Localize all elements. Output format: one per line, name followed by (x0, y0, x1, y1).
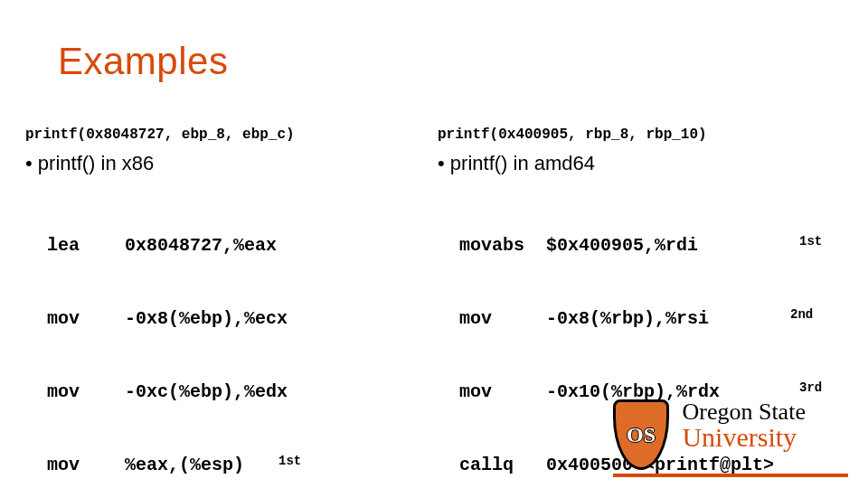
mnemonic: mov (47, 306, 125, 331)
heading-x86: printf() in x86 (25, 152, 438, 175)
logo-line2: University (682, 424, 805, 451)
arg-note: 2nd (790, 306, 813, 324)
mnemonic: mov (47, 453, 125, 477)
shield-icon (613, 399, 669, 470)
mnemonic: movabs (459, 233, 546, 258)
asm-row: mov%eax,(%esp)1st (25, 453, 438, 477)
asm-row: mov-0xc(%ebp),%edx (25, 380, 438, 404)
asm-row: movabs$0x400905,%rdi1st (438, 233, 850, 258)
mnemonic: lea (47, 233, 125, 258)
asm-row: mov-0x8(%ebp),%ecx (25, 306, 438, 331)
arg-note: 1st (278, 453, 301, 470)
logo-line1: Oregon State (682, 399, 805, 424)
mnemonic: mov (459, 380, 546, 404)
logo-oregon-state: Oregon State University (613, 399, 848, 477)
arg-note: 1st (799, 233, 822, 250)
column-x86: printf(0x8048727, ebp_8, ebp_c) printf()… (25, 127, 438, 488)
slide-title: Examples (58, 40, 228, 83)
operands: -0xc(%ebp),%edx (125, 381, 288, 402)
operands: -0x8(%ebp),%ecx (125, 308, 288, 329)
call-line-amd64: printf(0x400905, rbp_8, rbp_10) (438, 127, 850, 143)
mnemonic: mov (459, 306, 546, 331)
operands: %eax,(%esp) (125, 455, 244, 475)
logo-text: Oregon State University (682, 399, 805, 451)
arg-note: 3rd (799, 380, 822, 397)
call-line-x86: printf(0x8048727, ebp_8, ebp_c) (25, 127, 438, 143)
asm-row: lea0x8048727,%eax (25, 233, 438, 258)
operands: -0x8(%rbp),%rsi (546, 308, 709, 329)
heading-amd64: printf() in amd64 (438, 152, 850, 175)
operands: $0x400905,%rdi (546, 235, 698, 256)
asm-row: mov-0x8(%rbp),%rsi2nd (438, 306, 850, 331)
operands: 0x8048727,%eax (125, 235, 277, 256)
slide: Examples printf(0x8048727, ebp_8, ebp_c)… (0, 0, 868, 488)
asm-listing-x86: lea0x8048727,%eax mov-0x8(%ebp),%ecx mov… (25, 184, 438, 488)
mnemonic: mov (47, 380, 125, 404)
logo-underline (613, 474, 848, 477)
mnemonic: callq (459, 453, 546, 477)
